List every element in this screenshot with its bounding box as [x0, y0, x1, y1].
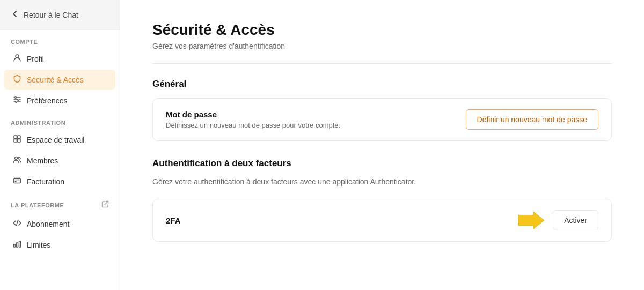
svg-line-16 [105, 202, 108, 205]
compte-section-label: Compte [0, 30, 120, 48]
sidebar: Retour à le Chat Compte Profil Sécurité … [0, 0, 120, 290]
shield-icon [13, 75, 21, 85]
sidebar-item-facturation[interactable]: Facturation [4, 172, 115, 191]
svg-point-12 [18, 157, 20, 159]
code-icon [13, 219, 21, 229]
main-content: Sécurité & Accès Gérez vos paramètres d'… [120, 0, 644, 290]
two-fa-section-subtitle: Gérez votre authentification à deux fact… [152, 177, 612, 186]
password-card: Mot de passe Définissez un nouveau mot d… [152, 98, 612, 141]
page-subtitle: Gérez vos paramètres d'authentification [152, 42, 612, 50]
sidebar-item-limites-label: Limites [27, 241, 50, 249]
svg-rect-13 [14, 179, 21, 183]
svg-rect-18 [14, 244, 16, 247]
password-card-desc: Définissez un nouveau mot de passe pour … [166, 121, 340, 129]
two-fa-label: 2FA [166, 216, 510, 225]
sliders-icon [13, 95, 21, 106]
sidebar-item-securite-label: Sécurité & Accès [27, 76, 84, 84]
sidebar-item-securite[interactable]: Sécurité & Accès [4, 70, 115, 90]
svg-point-0 [16, 55, 19, 58]
members-icon [13, 155, 21, 166]
workspace-icon [13, 135, 21, 145]
svg-point-4 [15, 97, 17, 99]
sidebar-item-preferences[interactable]: Préférences [4, 91, 115, 110]
back-button[interactable]: Retour à le Chat [0, 0, 120, 30]
sidebar-item-espace[interactable]: Espace de travail [4, 130, 115, 150]
svg-rect-15 [15, 181, 17, 182]
back-label: Retour à le Chat [24, 11, 78, 19]
back-arrow-icon [11, 10, 19, 20]
sidebar-item-membres-label: Membres [27, 157, 58, 165]
general-section-title: Général [152, 79, 612, 90]
bar-chart-icon [13, 240, 21, 250]
svg-point-5 [18, 99, 19, 101]
svg-line-17 [17, 220, 18, 226]
activer-button[interactable]: Activer [553, 210, 598, 230]
sidebar-item-limites[interactable]: Limites [4, 235, 115, 255]
two-fa-card: 2FA Activer [152, 199, 612, 242]
svg-rect-8 [18, 136, 21, 139]
general-section-header: Général [152, 79, 612, 90]
la-plateforme-label: La Plateforme [11, 202, 64, 209]
svg-rect-7 [14, 136, 17, 139]
two-fa-section-header: Authentification à deux facteurs Gérez v… [152, 158, 612, 186]
sidebar-item-abonnement-label: Abonnement [27, 220, 69, 228]
sidebar-item-preferences-label: Préférences [27, 96, 67, 105]
credit-card-icon [13, 176, 21, 187]
svg-rect-10 [18, 139, 21, 143]
svg-point-6 [16, 101, 17, 103]
sidebar-item-espace-label: Espace de travail [27, 136, 84, 144]
password-card-content: Mot de passe Définissez un nouveau mot d… [166, 110, 340, 129]
sidebar-item-membres[interactable]: Membres [4, 151, 115, 170]
la-plateforme-section: La Plateforme [0, 192, 120, 213]
sidebar-item-profil[interactable]: Profil [4, 49, 115, 69]
password-card-title: Mot de passe [166, 110, 340, 119]
svg-rect-19 [17, 243, 18, 247]
sidebar-item-abonnement[interactable]: Abonnement [4, 214, 115, 234]
external-link-icon[interactable] [101, 200, 109, 210]
person-icon [13, 54, 21, 64]
arrow-right-icon [518, 211, 544, 230]
title-divider [152, 63, 612, 64]
svg-rect-9 [14, 139, 17, 143]
svg-rect-20 [19, 241, 21, 247]
page-title: Sécurité & Accès [152, 21, 612, 39]
svg-marker-21 [518, 212, 544, 229]
sidebar-item-facturation-label: Facturation [27, 177, 64, 186]
two-fa-section-title: Authentification à deux facteurs [152, 158, 612, 169]
sidebar-item-profil-label: Profil [27, 55, 44, 63]
set-password-button[interactable]: Définir un nouveau mot de passe [466, 109, 598, 130]
svg-point-11 [15, 157, 18, 160]
administration-section-label: Administration [0, 111, 120, 129]
